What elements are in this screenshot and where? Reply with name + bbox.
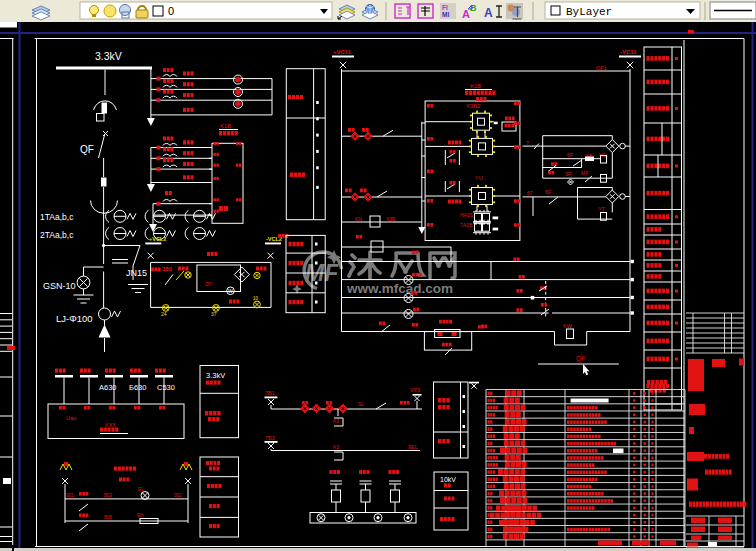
svg-text:Б630: Б630 [129, 383, 146, 392]
svg-text:6F: 6F [567, 152, 574, 158]
svg-text:VF3: VF3 [410, 387, 420, 393]
svg-text:K1B: K1B [470, 83, 481, 89]
svg-text:24: 24 [161, 311, 167, 317]
svg-text:K3: K3 [333, 418, 339, 424]
svg-text:SL: SL [358, 401, 364, 407]
svg-text:X3B2: X3B2 [466, 103, 481, 109]
svg-text:?: ? [526, 140, 529, 146]
svg-text:7B3: 7B3 [265, 435, 275, 441]
svg-text:С530: С530 [157, 383, 175, 392]
svg-text:QF1: QF1 [596, 65, 607, 71]
svg-text:W: W [228, 288, 233, 294]
svg-text:6F: 6F [545, 189, 552, 195]
svg-text:7A1B: 7A1B [460, 222, 473, 228]
svg-text:7B1: 7B1 [265, 390, 275, 396]
svg-text:FI: FI [442, 4, 448, 11]
svg-text:002: 002 [174, 493, 182, 498]
svg-text:GSN-10: GSN-10 [43, 281, 76, 291]
svg-text:YT: YT [598, 206, 606, 212]
svg-text:www.mfcad.com: www.mfcad.com [346, 281, 453, 296]
svg-text:LJ-Φ100: LJ-Φ100 [56, 313, 93, 324]
svg-text:EL: EL [138, 487, 144, 492]
svg-text:+VCL2: +VCL2 [149, 236, 166, 242]
svg-text:A: A [484, 6, 493, 20]
svg-text:EH: EH [137, 513, 143, 518]
svg-text:380: 380 [162, 266, 173, 272]
svg-text:+VC11: +VC11 [333, 49, 352, 55]
svg-text:KXX: KXX [105, 422, 116, 428]
svg-text:MF: MF [581, 170, 588, 176]
svg-text:KN: KN [355, 216, 362, 222]
svg-text:Uap: Uap [66, 415, 76, 421]
svg-text:3.3kV: 3.3kV [206, 371, 225, 380]
svg-text:JN15: JN15 [126, 268, 147, 278]
svg-text:А630: А630 [99, 383, 117, 392]
svg-text:K3: K3 [333, 444, 339, 450]
svg-text:9EL: 9EL [408, 444, 418, 450]
svg-text:A: A [462, 8, 470, 20]
svg-text:B05: B05 [104, 515, 113, 520]
svg-text:SP: SP [565, 171, 572, 177]
svg-text:2TAa,b,c: 2TAa,b,c [40, 230, 74, 240]
svg-text:MI: MI [442, 11, 449, 18]
svg-text:HA1S: HA1S [460, 212, 474, 218]
svg-text:B: B [470, 3, 477, 13]
svg-text:1TAa,b,c: 1TAa,b,c [40, 212, 74, 222]
svg-text:10kV: 10kV [440, 476, 456, 483]
svg-text:ByLayer: ByLayer [566, 6, 612, 18]
svg-text:001: 001 [66, 493, 74, 498]
svg-text:B03: B03 [104, 493, 113, 498]
svg-text:QF: QF [576, 355, 585, 363]
svg-text:ZP: ZP [205, 281, 212, 287]
svg-text:10: 10 [253, 296, 259, 301]
svg-text:3.3kV: 3.3kV [95, 50, 122, 62]
svg-text:YU: YU [475, 175, 483, 181]
svg-text:KW: KW [563, 323, 573, 329]
svg-text:K1B: K1B [220, 123, 231, 129]
svg-text:-VC11: -VC11 [620, 49, 637, 55]
svg-text:37: 37 [211, 311, 217, 317]
svg-text:X3B: X3B [386, 216, 396, 222]
svg-text:0: 0 [168, 5, 174, 17]
svg-text:QF: QF [80, 144, 94, 155]
svg-text:67: 67 [527, 190, 533, 196]
